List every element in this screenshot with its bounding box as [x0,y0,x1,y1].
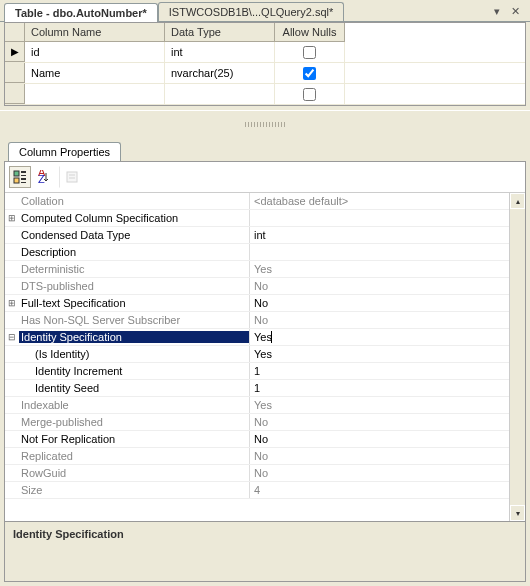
property-name: Has Non-SQL Server Subscriber [19,314,249,326]
scroll-up-icon[interactable]: ▴ [510,193,525,209]
tab-table-designer[interactable]: Table - dbo.AutoNumber* [4,3,158,22]
property-value[interactable]: No [249,431,509,447]
property-row[interactable]: RowGuidNo [5,465,509,482]
data-type-cell[interactable] [165,84,275,104]
svg-text:Z: Z [38,173,45,184]
property-name: Condensed Data Type [19,229,249,241]
property-name: RowGuid [19,467,249,479]
property-value[interactable]: Yes [249,261,509,277]
allow-nulls-cell[interactable] [275,84,345,104]
svg-rect-5 [21,182,26,183]
tab-menu-icon[interactable]: ▾ [490,5,504,19]
property-value[interactable]: Yes [249,346,509,362]
table-designer-grid[interactable]: Column Name Data Type Allow Nulls ▶idint… [4,22,526,106]
column-name-cell[interactable] [25,84,165,104]
property-name: Computed Column Specification [19,212,249,224]
property-row[interactable]: IndexableYes [5,397,509,414]
tab-query[interactable]: ISTWCOSDB1B\...QLQuery2.sql* [158,2,344,21]
row-selector[interactable]: ▶ [5,42,25,62]
property-row[interactable]: Description [5,244,509,261]
property-value[interactable]: No [249,448,509,464]
property-row[interactable]: Identity Increment1 [5,363,509,380]
allow-nulls-checkbox[interactable] [303,67,316,80]
column-name-cell[interactable]: id [25,42,165,62]
property-row[interactable]: Collation<database default> [5,193,509,210]
data-type-cell[interactable]: nvarchar(25) [165,63,275,83]
property-value[interactable]: No [249,278,509,294]
property-name: Not For Replication [19,433,249,445]
expand-icon[interactable]: ⊞ [5,298,19,308]
splitter[interactable] [0,110,530,138]
table-row[interactable]: ▶idint [5,42,525,63]
property-row[interactable]: (Is Identity)Yes [5,346,509,363]
property-name: Collation [19,195,249,207]
scroll-down-icon[interactable]: ▾ [510,505,525,521]
properties-page-button [59,166,81,188]
vertical-scrollbar[interactable]: ▴ ▾ [509,193,525,521]
expand-icon[interactable]: ⊞ [5,213,19,223]
allow-nulls-checkbox[interactable] [303,46,316,59]
table-row[interactable] [5,84,525,105]
svg-rect-2 [21,171,26,173]
property-value[interactable]: int [249,227,509,243]
property-grid[interactable]: Collation<database default>⊞Computed Col… [5,193,525,521]
column-name-cell[interactable]: Name [25,63,165,83]
property-name: Merge-published [19,416,249,428]
property-name: Indexable [19,399,249,411]
svg-rect-0 [14,171,19,176]
property-value[interactable]: No [249,414,509,430]
header-data-type[interactable]: Data Type [165,23,275,42]
property-row[interactable]: DeterministicYes [5,261,509,278]
alphabetical-view-button[interactable]: AZ [33,166,55,188]
property-name: Deterministic [19,263,249,275]
property-name: Identity Specification [19,331,249,343]
svg-rect-1 [14,178,19,183]
property-value[interactable]: 1 [249,363,509,379]
property-description-title: Identity Specification [13,528,517,540]
property-row[interactable]: DTS-publishedNo [5,278,509,295]
property-name: Full-text Specification [19,297,249,309]
property-row[interactable]: Not For ReplicationNo [5,431,509,448]
property-value[interactable]: No [249,312,509,328]
current-row-indicator-icon: ▶ [11,46,19,57]
allow-nulls-cell[interactable] [275,42,345,62]
property-value[interactable]: No [249,465,509,481]
property-row[interactable]: ReplicatedNo [5,448,509,465]
svg-rect-8 [67,172,77,182]
property-row[interactable]: ⊟Identity SpecificationYes [5,329,509,346]
property-value[interactable]: 1 [249,380,509,396]
row-selector[interactable] [5,84,25,104]
row-selector[interactable] [5,63,25,83]
property-name: Identity Seed [19,382,249,394]
property-row[interactable]: Size4 [5,482,509,499]
allow-nulls-cell[interactable] [275,63,345,83]
property-value[interactable]: 4 [249,482,509,498]
property-value[interactable] [249,244,509,260]
property-row[interactable]: ⊞Full-text SpecificationNo [5,295,509,312]
data-type-cell[interactable]: int [165,42,275,62]
tab-column-properties[interactable]: Column Properties [8,142,121,161]
property-row[interactable]: Has Non-SQL Server SubscriberNo [5,312,509,329]
property-value[interactable]: <database default> [249,193,509,209]
allow-nulls-checkbox[interactable] [303,88,316,101]
row-selector-header [5,23,25,42]
property-value[interactable] [249,210,509,226]
collapse-icon[interactable]: ⊟ [5,332,19,342]
property-row[interactable]: Identity Seed1 [5,380,509,397]
table-row[interactable]: Namenvarchar(25) [5,63,525,84]
header-allow-nulls[interactable]: Allow Nulls [275,23,345,42]
property-row[interactable]: Merge-publishedNo [5,414,509,431]
property-row[interactable]: ⊞Computed Column Specification [5,210,509,227]
property-row[interactable]: Condensed Data Typeint [5,227,509,244]
property-name: Replicated [19,450,249,462]
property-value[interactable]: Yes [249,329,509,345]
property-value[interactable]: Yes [249,397,509,413]
header-column-name[interactable]: Column Name [25,23,165,42]
property-name: (Is Identity) [19,348,249,360]
property-value[interactable]: No [249,295,509,311]
categorized-view-button[interactable] [9,166,31,188]
close-icon[interactable]: ✕ [508,5,522,19]
property-name: Size [19,484,249,496]
property-name: Description [19,246,249,258]
svg-rect-3 [21,175,26,176]
